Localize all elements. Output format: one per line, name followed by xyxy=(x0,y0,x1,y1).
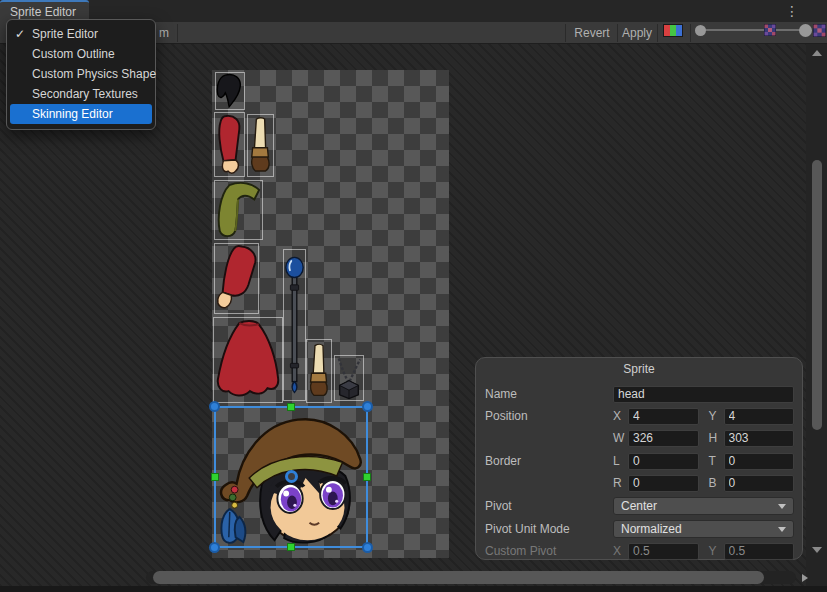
selection-handle-bottom-mid[interactable] xyxy=(287,543,295,551)
sprite-rect-scarf[interactable] xyxy=(214,180,263,240)
scroll-right-icon[interactable] xyxy=(802,574,808,582)
x-label: X xyxy=(613,409,623,423)
selection-handle-right-mid[interactable] xyxy=(363,473,371,481)
hair-tuft-sprite xyxy=(216,73,244,109)
mip-slider-track[interactable] xyxy=(700,29,806,31)
position-label: Position xyxy=(485,409,528,423)
pendant-sprite xyxy=(335,356,363,400)
t-label: T xyxy=(709,454,719,468)
mip-slider-handle[interactable] xyxy=(799,24,812,37)
mip-texture-small-icon xyxy=(764,24,776,36)
width-input[interactable] xyxy=(628,430,699,447)
sprite-editor-mode-menu: ✓ Sprite Editor Custom Outline Custom Ph… xyxy=(6,19,156,130)
custom-pivot-y-label: Y xyxy=(709,544,719,558)
sprite-rect-staff[interactable] xyxy=(283,249,306,401)
custom-pivot-x-input xyxy=(628,543,699,560)
sprite-rect-arm-bent[interactable] xyxy=(214,243,259,314)
pivot-dropdown[interactable]: Center xyxy=(613,497,794,515)
boot-sprite xyxy=(248,115,273,176)
menu-item-secondary-textures[interactable]: Secondary Textures xyxy=(10,84,152,104)
scarf-sprite xyxy=(215,181,262,239)
menu-item-skinning-editor[interactable]: Skinning Editor xyxy=(10,104,152,124)
vertical-scrollbar-thumb[interactable] xyxy=(812,160,822,430)
sprite-rect-boot-1[interactable] xyxy=(247,114,274,177)
revert-button[interactable]: Revert xyxy=(568,22,616,44)
window-bottom-edge xyxy=(0,586,827,592)
kebab-menu-icon[interactable]: ⋮ xyxy=(784,2,800,20)
zoom-slider-handle[interactable] xyxy=(695,25,706,36)
vertical-scrollbar[interactable] xyxy=(806,44,827,586)
selection-handle-bottom-right[interactable] xyxy=(362,542,373,553)
sprite-rect-arm[interactable] xyxy=(214,112,245,177)
arm-bent-sprite xyxy=(215,244,258,313)
selection-handle-top-mid[interactable] xyxy=(287,403,295,411)
sprite-sheet-texture[interactable] xyxy=(212,70,449,558)
scroll-up-icon[interactable] xyxy=(812,50,822,56)
sprite-rect-boot-2[interactable] xyxy=(306,339,332,403)
border-b-input[interactable] xyxy=(724,475,795,492)
boot-sprite xyxy=(307,340,331,402)
h-label: H xyxy=(709,431,719,445)
position-y-input[interactable] xyxy=(724,408,795,425)
border-t-input[interactable] xyxy=(724,453,795,470)
custom-pivot-y-input xyxy=(724,543,795,560)
menu-item-custom-physics-shape[interactable]: Custom Physics Shape xyxy=(10,64,152,84)
pivot-label: Pivot xyxy=(485,499,512,513)
arm-sprite xyxy=(215,113,244,176)
pivot-value: Center xyxy=(621,499,657,513)
apply-button[interactable]: Apply xyxy=(618,22,656,44)
sprite-name-input[interactable] xyxy=(613,386,794,403)
border-label: Border xyxy=(485,454,521,468)
rgb-alpha-toggle-icon[interactable] xyxy=(663,24,683,37)
robe-sprite xyxy=(214,318,282,402)
y-label: Y xyxy=(709,409,719,423)
selection-handle-bottom-left[interactable] xyxy=(209,542,220,553)
sprite-pivot-handle[interactable] xyxy=(285,470,298,483)
w-label: W xyxy=(613,431,623,445)
sprite-inspector-panel: Sprite Name Position X Y W H xyxy=(475,357,803,560)
selection-handle-top-left[interactable] xyxy=(209,401,220,412)
sprite-rect-robe[interactable] xyxy=(213,317,283,403)
scroll-down-icon[interactable] xyxy=(812,547,822,553)
chevron-down-icon xyxy=(778,504,786,509)
horizontal-scrollbar[interactable] xyxy=(133,571,813,585)
window-tab-label: Sprite Editor xyxy=(10,5,76,19)
panel-title: Sprite xyxy=(476,362,802,376)
staff-sprite xyxy=(284,250,305,400)
checkmark-icon: ✓ xyxy=(15,24,25,44)
border-r-input[interactable] xyxy=(628,475,699,492)
custom-pivot-label: Custom Pivot xyxy=(485,544,556,558)
height-input[interactable] xyxy=(724,430,795,447)
name-label: Name xyxy=(485,387,517,401)
border-l-input[interactable] xyxy=(628,453,699,470)
selected-sprite-head[interactable] xyxy=(214,406,368,548)
r-label: R xyxy=(613,476,623,490)
sprite-rect-pendant[interactable] xyxy=(334,355,364,401)
b-label: B xyxy=(709,476,719,490)
pivot-unit-mode-value: Normalized xyxy=(621,522,682,536)
trim-button-clipped[interactable]: m xyxy=(155,22,173,44)
menu-item-sprite-editor[interactable]: ✓ Sprite Editor xyxy=(10,24,152,44)
pivot-unit-mode-label: Pivot Unit Mode xyxy=(485,522,570,536)
menu-item-custom-outline[interactable]: Custom Outline xyxy=(10,44,152,64)
selection-handle-left-mid[interactable] xyxy=(211,473,219,481)
sprite-editor-window: Sprite Name Position X Y W H xyxy=(0,0,827,592)
chevron-down-icon xyxy=(778,527,786,532)
l-label: L xyxy=(613,454,623,468)
selection-handle-top-right[interactable] xyxy=(362,401,373,412)
custom-pivot-x-label: X xyxy=(613,544,623,558)
mip-texture-large-icon xyxy=(813,24,826,37)
position-x-input[interactable] xyxy=(628,408,699,425)
pivot-unit-mode-dropdown[interactable]: Normalized xyxy=(613,520,794,538)
horizontal-scrollbar-thumb[interactable] xyxy=(153,571,764,584)
sprite-rect-hair-tuft[interactable] xyxy=(215,72,245,110)
